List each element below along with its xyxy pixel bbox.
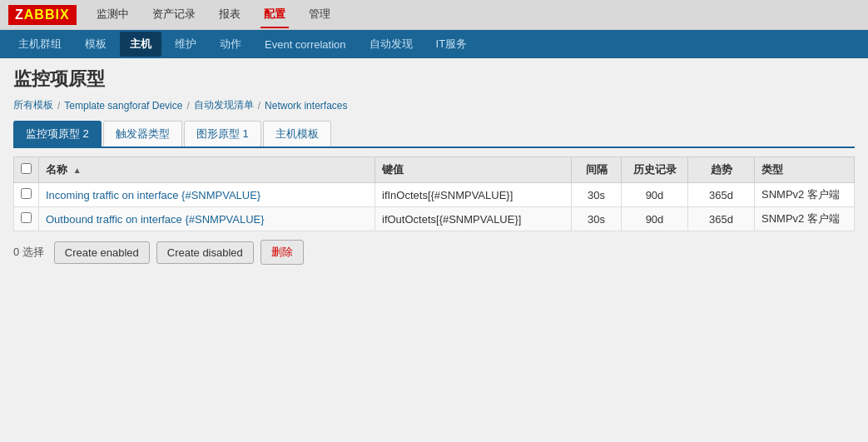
nav-event-correlation[interactable]: Event correlation xyxy=(255,33,356,56)
col-header-name[interactable]: 名称 ▲ xyxy=(39,157,375,183)
row-key: ifOutOctets[{#SNMPVALUE}] xyxy=(375,207,572,231)
nav-actions[interactable]: 动作 xyxy=(210,32,251,57)
breadcrumb-discovery-list[interactable]: 自动发现清单 xyxy=(194,98,254,112)
item-name-link[interactable]: Incoming traffic on interface {#SNMPVALU… xyxy=(46,189,260,201)
tab-host-templates[interactable]: 主机模板 xyxy=(263,121,331,147)
nav-it-services[interactable]: IT服务 xyxy=(426,32,478,57)
table-row: Outbound traffic on interface {#SNMPVALU… xyxy=(14,207,855,231)
breadcrumb-network-interfaces[interactable]: Network interfaces xyxy=(265,100,347,112)
item-name-link[interactable]: Outbound traffic on interface {#SNMPVALU… xyxy=(46,213,265,226)
breadcrumb-template-name[interactable]: Template sangforaf Device xyxy=(64,100,182,112)
breadcrumb-sep2: / xyxy=(186,100,189,112)
col-header-interval: 间隔 xyxy=(572,157,622,183)
row-name: Outbound traffic on interface {#SNMPVALU… xyxy=(39,207,375,231)
nav-item-assets[interactable]: 资产记录 xyxy=(149,2,199,28)
select-all-checkbox[interactable] xyxy=(21,163,32,174)
items-table: 名称 ▲ 键值 间隔 历史记录 趋势 类型 Incoming traffic o… xyxy=(13,156,855,231)
row-interval: 30s xyxy=(572,183,622,207)
nav-item-admin[interactable]: 管理 xyxy=(305,2,334,28)
breadcrumb-all-templates[interactable]: 所有模板 xyxy=(13,98,53,112)
nav-discovery[interactable]: 自动发现 xyxy=(360,32,423,57)
nav-templates[interactable]: 模板 xyxy=(75,32,117,57)
row-type: SNMPv2 客户端 xyxy=(755,207,855,231)
nav-item-reports[interactable]: 报表 xyxy=(216,2,244,28)
row-type: SNMPv2 客户端 xyxy=(755,183,855,207)
col-header-key: 键值 xyxy=(375,157,572,183)
bottom-toolbar: 0 选择 Create enabled Create disabled 删除 xyxy=(13,240,855,265)
col-header-check xyxy=(14,157,39,183)
row-checkbox-cell xyxy=(14,207,39,231)
row-checkbox[interactable] xyxy=(21,188,32,199)
row-key: ifInOctets[{#SNMPVALUE}] xyxy=(375,183,572,207)
page-content: 监控项原型 所有模板 / Template sangforaf Device /… xyxy=(0,58,868,273)
second-navigation: 主机群组 模板 主机 维护 动作 Event correlation 自动发现 … xyxy=(0,30,868,58)
breadcrumb-sep3: / xyxy=(258,100,260,112)
row-trend: 365d xyxy=(688,183,755,207)
breadcrumb-sep1: / xyxy=(57,100,60,112)
tab-trigger-types[interactable]: 触发器类型 xyxy=(103,121,182,147)
delete-button[interactable]: 删除 xyxy=(260,240,304,265)
create-enabled-button[interactable]: Create enabled xyxy=(54,241,150,264)
top-navigation: ZABBIX 监测中 资产记录 报表 配置 管理 xyxy=(0,0,868,30)
tabs: 监控项原型 2 触发器类型 图形原型 1 主机模板 xyxy=(13,121,855,148)
row-interval: 30s xyxy=(572,207,622,231)
nav-item-monitor[interactable]: 监测中 xyxy=(93,2,132,28)
col-header-history: 历史记录 xyxy=(622,157,688,183)
row-history: 90d xyxy=(622,207,688,231)
nav-host-groups[interactable]: 主机群组 xyxy=(8,32,72,57)
row-name: Incoming traffic on interface {#SNMPVALU… xyxy=(39,183,375,207)
top-nav-items: 监测中 资产记录 报表 配置 管理 xyxy=(93,2,334,28)
nav-hosts[interactable]: 主机 xyxy=(120,32,161,57)
nav-item-config[interactable]: 配置 xyxy=(260,2,289,28)
table-row: Incoming traffic on interface {#SNMPVALU… xyxy=(14,183,855,207)
row-trend: 365d xyxy=(688,207,755,231)
tab-graph-prototypes[interactable]: 图形原型 1 xyxy=(184,121,261,147)
page-title: 监控项原型 xyxy=(13,67,855,92)
col-header-trend: 趋势 xyxy=(688,157,755,183)
breadcrumb: 所有模板 / Template sangforaf Device / 自动发现清… xyxy=(13,98,855,112)
tab-item-prototypes[interactable]: 监控项原型 2 xyxy=(13,121,102,147)
row-checkbox[interactable] xyxy=(21,212,32,223)
create-disabled-button[interactable]: Create disabled xyxy=(156,241,254,264)
nav-maintenance[interactable]: 维护 xyxy=(165,32,206,57)
sort-arrow-name: ▲ xyxy=(73,166,82,175)
row-checkbox-cell xyxy=(14,183,39,207)
zabbix-logo: ZABBIX xyxy=(8,5,77,25)
col-header-type: 类型 xyxy=(755,157,855,183)
select-count: 0 选择 xyxy=(13,245,44,260)
row-history: 90d xyxy=(622,183,688,207)
